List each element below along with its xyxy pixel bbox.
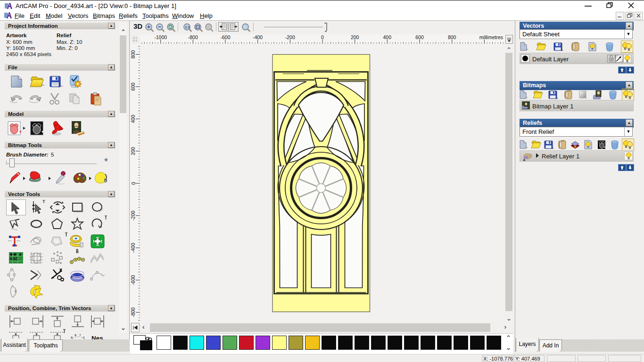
- svg-text:+: +: [523, 157, 526, 162]
- svg-text:-800: -800: [131, 307, 136, 317]
- svg-text:600: 600: [131, 82, 136, 91]
- svg-text:-800: -800: [188, 34, 198, 40]
- svg-text:-1000: -1000: [154, 34, 167, 40]
- svg-text:0: 0: [321, 34, 324, 40]
- svg-text:millimetres: millimetres: [479, 34, 503, 40]
- svg-text:200: 200: [131, 147, 136, 156]
- svg-text:200: 200: [351, 34, 359, 40]
- svg-text:c: c: [83, 336, 85, 339]
- svg-text:0: 0: [131, 182, 136, 185]
- svg-text:+: +: [79, 333, 81, 337]
- svg-text:800: 800: [131, 50, 136, 58]
- svg-text:a: a: [74, 333, 76, 337]
- svg-text:800: 800: [448, 34, 456, 40]
- svg-text:-400: -400: [131, 243, 136, 253]
- svg-text:ABC: ABC: [9, 256, 19, 261]
- svg-text:400: 400: [131, 115, 136, 123]
- svg-text:400: 400: [383, 34, 392, 40]
- svg-text:-400: -400: [253, 34, 263, 40]
- svg-text:-200: -200: [131, 211, 136, 221]
- svg-text:a: a: [71, 336, 73, 339]
- svg-text:600: 600: [415, 34, 424, 40]
- svg-text:-200: -200: [285, 34, 295, 40]
- svg-text:1:1: 1:1: [185, 25, 190, 29]
- svg-text:-600: -600: [220, 34, 230, 40]
- svg-text:-600: -600: [131, 275, 136, 285]
